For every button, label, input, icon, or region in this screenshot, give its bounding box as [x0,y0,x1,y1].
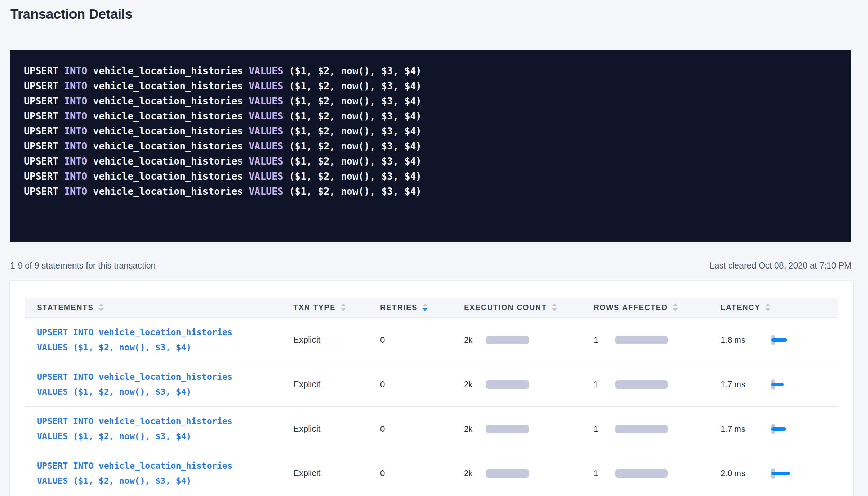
statement-link[interactable]: UPSERT INTO vehicle_location_histories V… [37,325,232,355]
sql-line: UPSERT INTO vehicle_location_histories V… [24,124,838,139]
sql-line: UPSERT INTO vehicle_location_histories V… [24,184,838,199]
sort-desc-icon[interactable] [341,308,346,311]
latency-value: 1.7 ms [721,424,769,434]
rows-affected-value: 1 [593,469,615,478]
txn-type-value: Explicit [293,468,320,478]
execution-count-bar [486,469,529,478]
column-header-execution-count[interactable]: EXECUTION COUNT [464,303,593,312]
column-label: LATENCY [721,303,760,312]
sort-icons[interactable] [552,303,557,311]
retries-value: 0 [380,424,402,434]
latency-bar-chart [771,335,816,345]
sort-icons[interactable] [99,303,104,311]
column-label: TXN TYPE [293,303,336,312]
table-header: STATEMENTS TXN TYPE RETRIES EXECUTION CO… [25,298,838,317]
latency-bar-chart [771,423,816,434]
sort-icons[interactable] [423,303,427,311]
txn-type-value: Explicit [293,335,320,345]
latency-bar [771,472,790,475]
execution-count-bar [486,425,529,433]
table-row: UPSERT INTO vehicle_location_histories V… [25,406,838,451]
execution-count-value: 2k [464,380,486,389]
rows-affected-value: 1 [593,380,615,389]
statements-table-card: STATEMENTS TXN TYPE RETRIES EXECUTION CO… [10,281,853,496]
sort-desc-icon[interactable] [765,308,770,311]
sort-icons[interactable] [765,303,770,311]
table-row: UPSERT INTO vehicle_location_histories V… [25,362,838,406]
column-label: RETRIES [380,303,417,312]
column-label: STATEMENTS [37,303,94,312]
sort-asc-icon[interactable] [673,303,678,306]
column-header-statements[interactable]: STATEMENTS [25,303,293,312]
latency-value: 1.7 ms [721,380,769,389]
column-header-txn-type[interactable]: TXN TYPE [293,303,380,312]
txn-type-value: Explicit [293,424,320,434]
sort-desc-icon[interactable] [99,308,104,311]
execution-count-value: 2k [464,469,486,478]
page-title: Transaction Details [10,5,868,23]
summary-bar: 1-9 of 9 statements for this transaction… [10,260,851,271]
statement-link[interactable]: UPSERT INTO vehicle_location_histories V… [37,414,232,444]
column-label: EXECUTION COUNT [464,303,547,312]
txn-type-value: Explicit [293,379,320,389]
column-label: ROWS AFFECTED [593,303,668,312]
sql-code-lines: UPSERT INTO vehicle_location_histories V… [24,64,838,199]
sql-line: UPSERT INTO vehicle_location_histories V… [24,94,838,109]
execution-count-bar [486,336,529,344]
sort-asc-icon[interactable] [341,303,346,306]
execution-count-value: 2k [464,335,486,345]
sql-line: UPSERT INTO vehicle_location_histories V… [24,79,838,94]
sql-line: UPSERT INTO vehicle_location_histories V… [24,154,838,169]
rows-affected-bar [615,336,668,344]
sort-asc-icon[interactable] [99,303,104,306]
rows-affected-value: 1 [593,424,615,434]
column-header-rows-affected[interactable]: ROWS AFFECTED [593,303,721,312]
sql-line: UPSERT INTO vehicle_location_histories V… [24,109,838,124]
latency-bar [771,427,786,431]
sort-icons[interactable] [341,303,346,311]
sql-line: UPSERT INTO vehicle_location_histories V… [24,169,838,184]
retries-value: 0 [380,380,402,389]
sql-line: UPSERT INTO vehicle_location_histories V… [24,139,838,154]
sort-icons[interactable] [673,303,678,311]
latency-bar-chart [771,379,816,390]
latency-bar [771,338,787,342]
retries-value: 0 [380,335,402,345]
table-row: UPSERT INTO vehicle_location_histories V… [25,451,838,495]
rows-affected-bar [615,469,668,478]
execution-count-bar [486,380,529,389]
transaction-sql-box: UPSERT INTO vehicle_location_histories V… [10,50,851,242]
sort-asc-icon[interactable] [423,303,427,306]
statement-count-text: 1-9 of 9 statements for this transaction [10,260,156,271]
sort-desc-icon[interactable] [673,308,678,311]
statement-link[interactable]: UPSERT INTO vehicle_location_histories V… [37,369,232,400]
column-header-retries[interactable]: RETRIES [380,303,464,312]
latency-value: 2.0 ms [721,469,769,478]
sql-line: UPSERT INTO vehicle_location_histories V… [24,64,838,79]
table-row: UPSERT INTO vehicle_location_histories V… [25,317,838,362]
rows-affected-bar [615,380,668,389]
sort-desc-icon[interactable] [552,308,557,311]
column-header-latency[interactable]: LATENCY [721,303,838,312]
sort-asc-icon[interactable] [765,303,770,306]
execution-count-value: 2k [464,424,486,434]
statement-link[interactable]: UPSERT INTO vehicle_location_histories V… [37,458,232,488]
rows-affected-bar [615,425,668,433]
latency-value: 1.8 ms [721,335,769,345]
rows-affected-value: 1 [593,335,615,345]
latency-bar-chart [771,468,816,479]
sort-asc-icon[interactable] [552,303,557,306]
last-cleared-text: Last cleared Oct 08, 2020 at 7:10 PM [710,260,851,271]
sort-desc-icon[interactable] [423,308,427,311]
latency-bar [771,383,784,386]
retries-value: 0 [380,469,402,478]
